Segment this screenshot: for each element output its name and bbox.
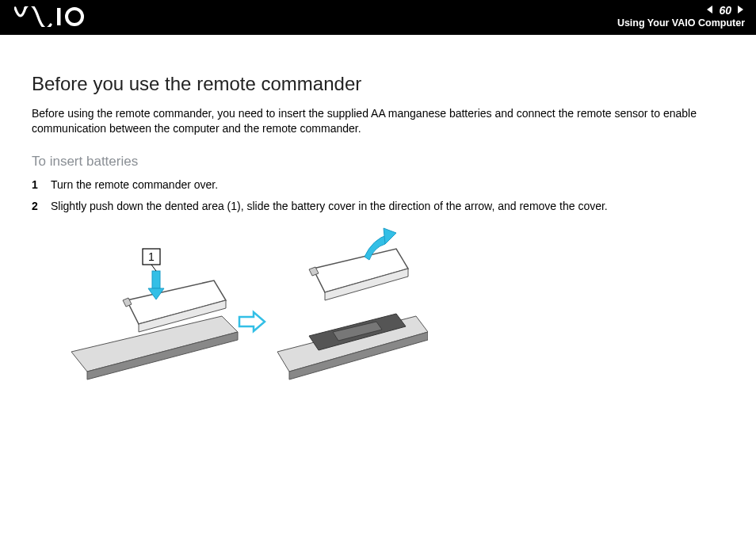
step-number: 2 — [32, 199, 51, 214]
svg-marker-2 — [707, 6, 712, 13]
step-text: Turn the remote commander over. — [51, 177, 218, 193]
step-item: 1 Turn the remote commander over. — [32, 177, 724, 193]
svg-marker-21 — [384, 228, 396, 244]
section-label: Using Your VAIO Computer — [617, 17, 745, 29]
page-heading: Before you use the remote commander — [32, 73, 724, 95]
step-list: 1 Turn the remote commander over. 2 Slig… — [32, 177, 724, 214]
page-number: 60 — [719, 4, 731, 17]
svg-rect-9 — [152, 271, 160, 288]
page-nav: 60 — [705, 3, 745, 17]
next-page-arrow-icon[interactable] — [735, 3, 745, 17]
vaio-logo — [14, 6, 86, 32]
step-item: 2 Slightly push down the dented area (1)… — [32, 199, 724, 214]
intro-paragraph: Before using the remote commander, you n… — [32, 106, 724, 136]
prev-page-arrow-icon[interactable] — [705, 3, 715, 17]
svg-rect-0 — [57, 8, 61, 25]
instruction-illustration: 1 — [63, 225, 724, 395]
svg-point-1 — [67, 9, 82, 25]
header-bar: 60 Using Your VAIO Computer — [0, 0, 756, 35]
step-text: Slightly push down the dented area (1), … — [51, 199, 608, 214]
callout-number: 1 — [148, 250, 155, 263]
step-number: 1 — [32, 177, 51, 193]
svg-line-12 — [151, 265, 156, 271]
subheading: To insert batteries — [32, 154, 724, 170]
svg-marker-3 — [738, 6, 743, 13]
page-content: Before you use the remote commander Befo… — [0, 35, 756, 395]
svg-marker-13 — [239, 312, 265, 331]
